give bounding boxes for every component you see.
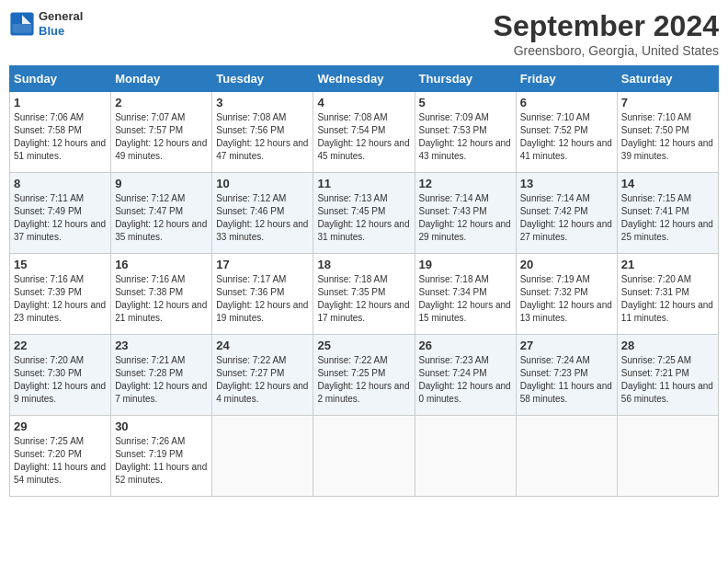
col-header-saturday: Saturday [617,66,718,92]
logo: General Blue [9,9,83,38]
day-number: 11 [317,177,410,190]
calendar-cell [617,416,718,497]
day-number: 29 [14,419,107,433]
calendar-cell: 28 Sunrise: 7:25 AMSunset: 7:21 PMDaylig… [617,335,718,416]
day-info: Sunrise: 7:08 AMSunset: 7:54 PMDaylight:… [317,112,409,161]
day-number: 19 [419,258,512,271]
calendar-cell: 26 Sunrise: 7:23 AMSunset: 7:24 PMDaylig… [415,335,516,416]
day-number: 5 [419,96,512,109]
day-number: 1 [14,96,107,109]
day-number: 27 [520,339,613,352]
calendar-cell: 20 Sunrise: 7:19 AMSunset: 7:32 PMDaylig… [516,254,617,335]
day-number: 20 [520,258,613,271]
day-info: Sunrise: 7:13 AMSunset: 7:45 PMDaylight:… [317,193,409,242]
day-info: Sunrise: 7:23 AMSunset: 7:24 PMDaylight:… [419,355,511,404]
calendar-cell: 4 Sunrise: 7:08 AMSunset: 7:54 PMDayligh… [313,92,415,173]
day-number: 9 [115,177,208,190]
day-number: 6 [520,96,613,109]
day-info: Sunrise: 7:16 AMSunset: 7:38 PMDaylight:… [115,274,207,323]
calendar-cell: 3 Sunrise: 7:08 AMSunset: 7:56 PMDayligh… [212,92,313,173]
day-info: Sunrise: 7:15 AMSunset: 7:41 PMDaylight:… [621,193,713,242]
day-info: Sunrise: 7:21 AMSunset: 7:28 PMDaylight:… [115,355,207,404]
calendar-cell: 29 Sunrise: 7:25 AMSunset: 7:20 PMDaylig… [10,416,111,497]
calendar-cell: 17 Sunrise: 7:17 AMSunset: 7:36 PMDaylig… [212,254,313,335]
calendar-cell: 8 Sunrise: 7:11 AMSunset: 7:49 PMDayligh… [10,173,111,254]
calendar-cell: 11 Sunrise: 7:13 AMSunset: 7:45 PMDaylig… [313,173,415,254]
day-info: Sunrise: 7:18 AMSunset: 7:35 PMDaylight:… [317,274,409,323]
day-number: 17 [216,258,309,271]
day-info: Sunrise: 7:18 AMSunset: 7:34 PMDaylight:… [419,274,511,323]
day-info: Sunrise: 7:10 AMSunset: 7:52 PMDaylight:… [520,112,612,161]
page-header: General Blue September 2024 Greensboro, … [9,9,719,58]
calendar-cell: 23 Sunrise: 7:21 AMSunset: 7:28 PMDaylig… [111,335,212,416]
day-number: 8 [14,177,107,190]
calendar-table: SundayMondayTuesdayWednesdayThursdayFrid… [9,65,719,497]
calendar-cell [516,416,617,497]
day-number: 22 [14,339,107,352]
day-info: Sunrise: 7:16 AMSunset: 7:39 PMDaylight:… [14,274,106,323]
day-number: 23 [115,339,208,352]
calendar-cell: 14 Sunrise: 7:15 AMSunset: 7:41 PMDaylig… [617,173,718,254]
svg-rect-2 [13,24,32,33]
day-info: Sunrise: 7:22 AMSunset: 7:25 PMDaylight:… [317,355,409,404]
day-info: Sunrise: 7:12 AMSunset: 7:46 PMDaylight:… [216,193,308,242]
day-info: Sunrise: 7:20 AMSunset: 7:31 PMDaylight:… [621,274,713,323]
day-info: Sunrise: 7:10 AMSunset: 7:50 PMDaylight:… [621,112,713,161]
calendar-cell: 7 Sunrise: 7:10 AMSunset: 7:50 PMDayligh… [617,92,718,173]
day-info: Sunrise: 7:20 AMSunset: 7:30 PMDaylight:… [14,355,106,404]
calendar-cell: 2 Sunrise: 7:07 AMSunset: 7:57 PMDayligh… [111,92,212,173]
day-info: Sunrise: 7:06 AMSunset: 7:58 PMDaylight:… [14,112,106,161]
logo-icon [9,11,35,37]
col-header-sunday: Sunday [10,66,111,92]
day-number: 7 [621,96,714,109]
calendar-cell: 19 Sunrise: 7:18 AMSunset: 7:34 PMDaylig… [415,254,516,335]
day-info: Sunrise: 7:19 AMSunset: 7:32 PMDaylight:… [520,274,612,323]
calendar-cell: 24 Sunrise: 7:22 AMSunset: 7:27 PMDaylig… [212,335,313,416]
calendar-cell: 30 Sunrise: 7:26 AMSunset: 7:19 PMDaylig… [111,416,212,497]
calendar-week-2: 8 Sunrise: 7:11 AMSunset: 7:49 PMDayligh… [10,173,719,254]
day-number: 21 [621,258,714,271]
day-info: Sunrise: 7:09 AMSunset: 7:53 PMDaylight:… [419,112,511,161]
day-info: Sunrise: 7:07 AMSunset: 7:57 PMDaylight:… [115,112,207,161]
calendar-cell: 12 Sunrise: 7:14 AMSunset: 7:43 PMDaylig… [415,173,516,254]
day-info: Sunrise: 7:24 AMSunset: 7:23 PMDaylight:… [520,355,612,404]
day-info: Sunrise: 7:25 AMSunset: 7:20 PMDaylight:… [14,436,106,485]
calendar-cell [212,416,313,497]
page-title: September 2024 [494,9,719,43]
day-info: Sunrise: 7:08 AMSunset: 7:56 PMDaylight:… [216,112,308,161]
calendar-cell [313,416,415,497]
calendar-cell: 21 Sunrise: 7:20 AMSunset: 7:31 PMDaylig… [617,254,718,335]
calendar-cell: 6 Sunrise: 7:10 AMSunset: 7:52 PMDayligh… [516,92,617,173]
day-info: Sunrise: 7:12 AMSunset: 7:47 PMDaylight:… [115,193,207,242]
calendar-cell [415,416,516,497]
day-number: 16 [115,258,208,271]
calendar-week-5: 29 Sunrise: 7:25 AMSunset: 7:20 PMDaylig… [10,416,719,497]
col-header-tuesday: Tuesday [212,66,313,92]
col-header-thursday: Thursday [415,66,516,92]
calendar-week-3: 15 Sunrise: 7:16 AMSunset: 7:39 PMDaylig… [10,254,719,335]
day-number: 2 [115,96,208,109]
col-header-friday: Friday [516,66,617,92]
title-section: September 2024 Greensboro, Georgia, Unit… [494,9,719,58]
calendar-cell: 16 Sunrise: 7:16 AMSunset: 7:38 PMDaylig… [111,254,212,335]
calendar-cell: 22 Sunrise: 7:20 AMSunset: 7:30 PMDaylig… [10,335,111,416]
day-number: 30 [115,419,208,433]
day-info: Sunrise: 7:14 AMSunset: 7:43 PMDaylight:… [419,193,511,242]
day-number: 24 [216,339,309,352]
day-info: Sunrise: 7:17 AMSunset: 7:36 PMDaylight:… [216,274,308,323]
calendar-header-row: SundayMondayTuesdayWednesdayThursdayFrid… [10,66,719,92]
day-number: 18 [317,258,410,271]
day-number: 4 [317,96,410,109]
day-number: 12 [419,177,512,190]
logo-text: General Blue [39,9,83,38]
calendar-cell: 25 Sunrise: 7:22 AMSunset: 7:25 PMDaylig… [313,335,415,416]
calendar-week-1: 1 Sunrise: 7:06 AMSunset: 7:58 PMDayligh… [10,92,719,173]
day-number: 15 [14,258,107,271]
day-number: 10 [216,177,309,190]
day-number: 28 [621,339,714,352]
day-number: 3 [216,96,309,109]
calendar-cell: 10 Sunrise: 7:12 AMSunset: 7:46 PMDaylig… [212,173,313,254]
calendar-cell: 15 Sunrise: 7:16 AMSunset: 7:39 PMDaylig… [10,254,111,335]
day-info: Sunrise: 7:26 AMSunset: 7:19 PMDaylight:… [115,436,207,485]
day-number: 14 [621,177,714,190]
